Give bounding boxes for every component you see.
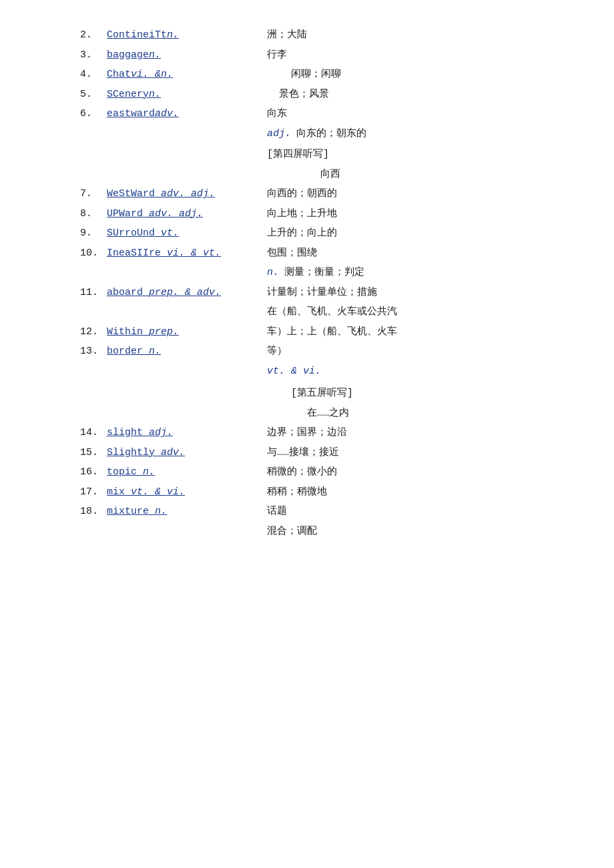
meaning-line: 在（船、飞机、火车或公共汽 xyxy=(80,304,561,321)
entry-word: Within prep. xyxy=(107,324,267,341)
entry-meaning: 车）上；上（船、飞机、火车 xyxy=(267,324,561,341)
section-header-block: [第四屏听写] xyxy=(80,146,561,163)
entry-meaning: 向东 xyxy=(267,105,561,123)
meaning-line: 混合；调配 xyxy=(80,523,561,540)
entry-number: 15. xyxy=(80,444,107,462)
entry-meaning: 行李 xyxy=(267,47,561,64)
entry-number: 10. xyxy=(80,245,107,262)
list-item: 10. IneaSIIre vi. & vt. 包围；围绕 xyxy=(80,245,561,262)
meaning-text: 在（船、飞机、火车或公共汽 xyxy=(267,304,561,321)
list-item: 3. baggagen. 行李 xyxy=(80,47,561,64)
direction-block: 向西 xyxy=(80,166,561,183)
list-item: 18. mixture n. 话题 xyxy=(80,503,561,520)
continuation-meaning: 测量；衡量；判定 xyxy=(284,264,561,282)
entry-meaning: 话题 xyxy=(267,503,561,520)
entry-word: Chatvi. &n. xyxy=(107,66,267,83)
entry-number: 3. xyxy=(80,47,107,64)
entry-meaning: 等） xyxy=(267,343,561,360)
entry-number: 16. xyxy=(80,464,107,481)
entry-meaning: 计量制；计量单位；措施 xyxy=(267,284,561,302)
list-item: 7. WeStWard adv. adj. 向西的；朝西的 xyxy=(80,185,561,203)
direction-text: 向西 xyxy=(320,166,561,183)
continuation-meaning: 向东的；朝东的 xyxy=(296,125,561,143)
entry-number: 6. xyxy=(80,105,107,123)
entry-word: eastwardadv. xyxy=(107,105,267,123)
pos-label: n. xyxy=(267,264,279,282)
entry-word: SCeneryn. xyxy=(107,86,267,103)
list-item: 16. topic n. 稍微的；微小的 xyxy=(80,464,561,481)
pos-label: vt. & vi. xyxy=(267,363,321,380)
entry-word: baggagen. xyxy=(107,47,267,64)
entry-meaning: 上升的；向上的 xyxy=(267,225,561,242)
list-item: 15. Slightly adv. 与……接壤；接近 xyxy=(80,444,561,462)
entry-word: Slightly adv. xyxy=(107,444,267,462)
list-item: 5. SCeneryn. 景色；风景 xyxy=(80,86,561,103)
entry-word: SUrroUnd vt. xyxy=(107,225,267,242)
entry-meaning: 与……接壤；接近 xyxy=(267,444,561,462)
pos-label: adj. xyxy=(267,125,291,143)
entry-meaning: 稍微的；微小的 xyxy=(267,464,561,481)
within-meaning-block: 在……之内 xyxy=(80,405,561,422)
entry-number: 13. xyxy=(80,343,107,360)
entry-meaning: 闲聊；闲聊 xyxy=(267,66,561,83)
entry-number: 8. xyxy=(80,205,107,223)
entry-number: 4. xyxy=(80,66,107,83)
continuation-meaning xyxy=(326,363,561,380)
list-item: 12. Within prep. 车）上；上（船、飞机、火车 xyxy=(80,324,561,341)
list-item: 2. ContineiTtn. 洲；大陆 xyxy=(80,27,561,44)
entry-number: 2. xyxy=(80,27,107,44)
entry-word: mix vt. & vi. xyxy=(107,484,267,501)
entry-number: 18. xyxy=(80,503,107,520)
entry-word: mixture n. xyxy=(107,503,267,520)
entry-number: 7. xyxy=(80,185,107,203)
entry-number: 5. xyxy=(80,86,107,103)
entry-number: 12. xyxy=(80,324,107,341)
within-meaning: 在……之内 xyxy=(307,405,561,422)
entry-word: IneaSIIre vi. & vt. xyxy=(107,245,267,262)
entry-number: 14. xyxy=(80,424,107,442)
entry-word: ContineiTtn. xyxy=(107,27,267,44)
entry-meaning: 包围；围绕 xyxy=(267,245,561,262)
entry-meaning: 洲；大陆 xyxy=(267,27,561,44)
list-item: 4. Chatvi. &n. 闲聊；闲聊 xyxy=(80,66,561,83)
list-item-continuation: vt. & vi. xyxy=(80,363,561,380)
entry-word: topic n. xyxy=(107,464,267,481)
entry-number: 11. xyxy=(80,284,107,302)
entry-meaning: 向西的；朝西的 xyxy=(267,185,561,203)
entry-meaning: 边界；国界；边沿 xyxy=(267,424,561,442)
entry-word: aboard prep. & adv. xyxy=(107,284,267,302)
entry-meaning: 景色；风景 xyxy=(267,86,561,103)
list-item: 6. eastwardadv. 向东 xyxy=(80,105,561,123)
list-item: 14. slight adj. 边界；国界；边沿 xyxy=(80,424,561,442)
entry-word: border n. xyxy=(107,343,267,360)
meaning-text: 混合；调配 xyxy=(267,523,561,540)
entry-number: 9. xyxy=(80,225,107,242)
entry-word: WeStWard adv. adj. xyxy=(107,185,267,203)
list-item-continuation: n. 测量；衡量；判定 xyxy=(80,264,561,282)
entry-word: slight adj. xyxy=(107,424,267,442)
list-item-continuation: adj. 向东的；朝东的 xyxy=(80,125,561,143)
section-header: [第五屏听写] xyxy=(267,385,561,402)
list-item: 8. UPWard adv. adj. 向上地；上升地 xyxy=(80,205,561,223)
entry-word: UPWard adv. adj. xyxy=(107,205,267,223)
entry-meaning: 向上地；上升地 xyxy=(267,205,561,223)
list-item: 17. mix vt. & vi. 稍稍；稍微地 xyxy=(80,484,561,501)
section-header: [第四屏听写] xyxy=(267,146,561,163)
vocabulary-list: 2. ContineiTtn. 洲；大陆 3. baggagen. 行李 4. … xyxy=(80,27,561,540)
entry-meaning: 稍稍；稍微地 xyxy=(267,484,561,501)
entry-number: 17. xyxy=(80,484,107,501)
list-item: 11. aboard prep. & adv. 计量制；计量单位；措施 xyxy=(80,284,561,302)
list-item: 13. border n. 等） xyxy=(80,343,561,360)
section-header-block: [第五屏听写] xyxy=(80,385,561,402)
list-item: 9. SUrroUnd vt. 上升的；向上的 xyxy=(80,225,561,242)
